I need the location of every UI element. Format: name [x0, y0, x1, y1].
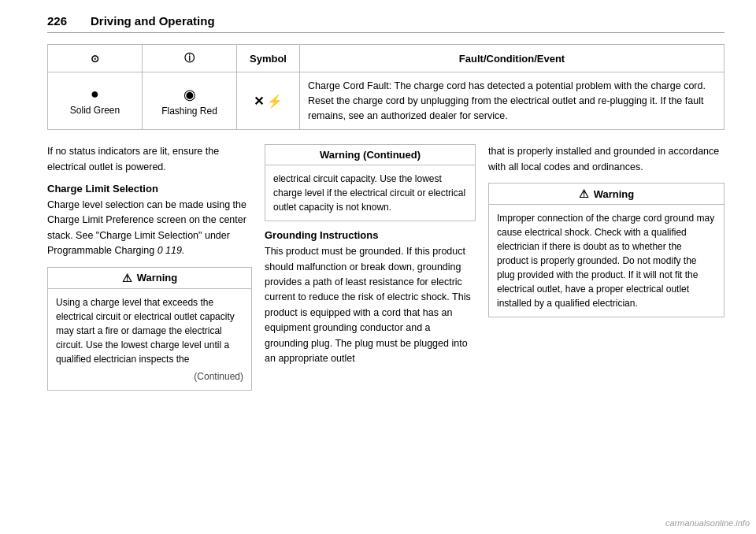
- page-number: 226: [47, 14, 67, 28]
- watermark: carmanualsonline.info: [665, 518, 750, 528]
- table-header-fault: Fault/Condition/Event: [300, 45, 724, 72]
- warning-body-1: Using a charge level that exceeds the el…: [48, 289, 251, 390]
- warning-box-2: ⚠ Warning Improper connection of the cha…: [488, 183, 724, 317]
- center-column: Warning (Continued) electrical circuit c…: [265, 144, 476, 398]
- warning-triangle-icon-2: ⚠: [579, 187, 589, 200]
- right-column: that is properly installed and grounded …: [488, 144, 724, 398]
- page-header: 226 Driving and Operating: [47, 14, 724, 33]
- table-cell-icon1: ● Solid Green: [48, 72, 143, 130]
- table-cell-fault: Charge Cord Fault: The charge cord has d…: [300, 72, 724, 130]
- warning-body-2: Improper connection of the charge cord g…: [489, 205, 724, 317]
- right-intro-text: that is properly installed and grounded …: [488, 144, 724, 175]
- main-content: If no status indicators are lit, ensure …: [47, 144, 724, 398]
- warning-continued-body: electrical circuit capacity. Use the low…: [265, 165, 475, 221]
- grounding-heading: Grounding Instructions: [265, 229, 476, 241]
- continued-label: (Continued): [56, 366, 243, 384]
- fault-symbol: ✕ ⚡: [254, 94, 282, 109]
- left-column: If no status indicators are lit, ensure …: [47, 144, 252, 398]
- charge-limit-text: Charge level selection can be made using…: [47, 198, 252, 259]
- warning-title-1: Warning: [137, 272, 178, 284]
- intro-text: If no status indicators are lit, ensure …: [47, 144, 252, 175]
- flashing-red-icon: ◉: [150, 86, 228, 103]
- warning-header-1: ⚠ Warning: [48, 268, 251, 289]
- indicator-table: ⊙ ⓘ Symbol Fault/Condition/Event ● Solid…: [47, 44, 724, 130]
- grounding-text: This product must be grounded. If this p…: [265, 244, 476, 366]
- table-cell-icon2: ◉ Flashing Red: [143, 72, 237, 130]
- table-header-icon2: ⓘ: [143, 45, 237, 72]
- page-container: 226 Driving and Operating ⊙ ⓘ Symbol Fau…: [0, 0, 756, 413]
- warning-triangle-icon-1: ⚠: [122, 272, 132, 284]
- solid-green-icon: ●: [56, 86, 134, 102]
- page-title: Driving and Operating: [91, 14, 215, 28]
- flashing-red-label: Flashing Red: [150, 106, 228, 117]
- warning-header-2: ⚠ Warning: [489, 184, 724, 205]
- table-cell-symbol: ✕ ⚡: [237, 72, 300, 130]
- table-header-icon1: ⊙: [48, 45, 143, 72]
- solid-green-label: Solid Green: [56, 105, 134, 116]
- warning-continued-title: Warning (Continued): [320, 149, 421, 161]
- warning-box-1: ⚠ Warning Using a charge level that exce…: [47, 267, 252, 391]
- table-header-symbol: Symbol: [237, 45, 300, 72]
- warning-continued-header: Warning (Continued): [265, 145, 475, 165]
- warning-title-2: Warning: [594, 188, 635, 200]
- charge-limit-heading: Charge Limit Selection: [47, 183, 252, 195]
- table-row: ● Solid Green ◉ Flashing Red ✕ ⚡ Charge …: [48, 72, 724, 130]
- warning-continued-box: Warning (Continued) electrical circuit c…: [265, 144, 476, 221]
